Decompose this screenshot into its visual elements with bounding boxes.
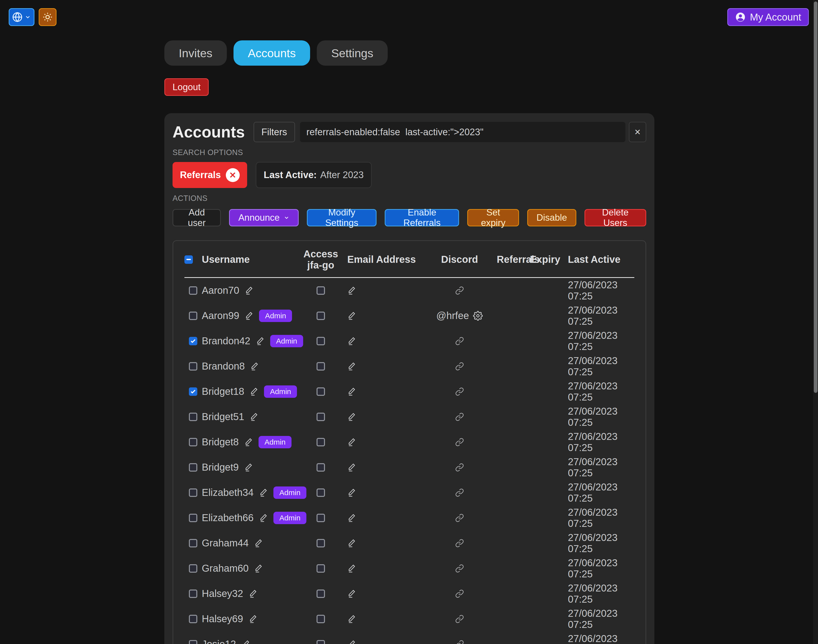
- link-icon[interactable]: [455, 615, 464, 623]
- edit-username-icon[interactable]: [259, 513, 268, 523]
- edit-username-icon[interactable]: [244, 311, 254, 320]
- access-checkbox[interactable]: [317, 640, 325, 644]
- row-checkbox[interactable]: [189, 286, 197, 295]
- edit-email-icon[interactable]: [347, 336, 356, 346]
- filter-chip-last-active[interactable]: Last Active: After 2023: [256, 162, 372, 188]
- announce-button[interactable]: Announce: [229, 209, 299, 226]
- row-checkbox[interactable]: [189, 615, 197, 623]
- edit-username-icon[interactable]: [244, 286, 254, 295]
- row-checkbox[interactable]: [189, 412, 197, 421]
- gear-icon[interactable]: [473, 311, 483, 321]
- access-checkbox[interactable]: [317, 463, 325, 472]
- link-icon[interactable]: [455, 463, 464, 472]
- edit-email-icon[interactable]: [347, 286, 356, 295]
- edit-email-icon[interactable]: [347, 437, 356, 447]
- edit-username-icon[interactable]: [244, 463, 253, 472]
- edit-username-icon[interactable]: [241, 639, 251, 644]
- search-input[interactable]: [300, 122, 626, 142]
- language-button[interactable]: [9, 8, 34, 26]
- clear-search-button[interactable]: ×: [629, 122, 646, 142]
- row-checkbox[interactable]: [189, 337, 197, 345]
- remove-filter-icon[interactable]: ✕: [226, 168, 240, 182]
- enable-referrals-button[interactable]: Enable Referrals: [385, 209, 459, 226]
- row-checkbox[interactable]: [189, 438, 197, 446]
- delete-users-button[interactable]: Delete Users: [584, 209, 646, 226]
- link-icon[interactable]: [455, 564, 464, 573]
- edit-email-icon[interactable]: [347, 614, 356, 624]
- row-checkbox[interactable]: [189, 640, 197, 644]
- edit-username-icon[interactable]: [250, 412, 258, 422]
- link-icon[interactable]: [455, 488, 464, 497]
- my-account-button[interactable]: My Account: [727, 8, 809, 26]
- row-checkbox[interactable]: [189, 387, 197, 396]
- row-checkbox[interactable]: [189, 362, 197, 371]
- edit-email-icon[interactable]: [347, 564, 356, 573]
- access-checkbox[interactable]: [317, 438, 325, 446]
- edit-username-icon[interactable]: [244, 437, 253, 447]
- page-scrollbar[interactable]: [813, 0, 818, 644]
- set-expiry-button[interactable]: Set expiry: [467, 209, 519, 226]
- edit-username-icon[interactable]: [259, 488, 268, 497]
- access-checkbox[interactable]: [317, 564, 325, 573]
- edit-username-icon[interactable]: [249, 614, 258, 624]
- access-checkbox[interactable]: [317, 412, 325, 421]
- filter-chip-referrals[interactable]: Referrals ✕: [172, 162, 247, 188]
- edit-username-icon[interactable]: [254, 564, 263, 573]
- edit-username-icon[interactable]: [249, 589, 258, 598]
- edit-email-icon[interactable]: [347, 412, 356, 422]
- row-checkbox[interactable]: [189, 564, 197, 573]
- row-checkbox[interactable]: [189, 311, 197, 320]
- link-icon[interactable]: [455, 539, 464, 547]
- edit-email-icon[interactable]: [347, 463, 356, 472]
- select-all-checkbox[interactable]: [185, 255, 193, 264]
- link-icon[interactable]: [455, 514, 464, 522]
- row-checkbox[interactable]: [189, 463, 197, 472]
- access-checkbox[interactable]: [317, 286, 325, 295]
- access-checkbox[interactable]: [317, 589, 325, 598]
- row-checkbox[interactable]: [189, 539, 197, 547]
- edit-email-icon[interactable]: [347, 538, 356, 548]
- edit-email-icon[interactable]: [347, 488, 356, 497]
- link-icon[interactable]: [455, 640, 464, 644]
- access-checkbox[interactable]: [317, 387, 325, 396]
- tab-accounts[interactable]: Accounts: [234, 40, 310, 66]
- access-checkbox[interactable]: [317, 488, 325, 497]
- access-jfa-go-cell: [301, 387, 341, 396]
- edit-email-icon[interactable]: [347, 639, 356, 644]
- filters-button[interactable]: Filters: [254, 122, 295, 142]
- link-icon[interactable]: [455, 412, 464, 421]
- tab-settings[interactable]: Settings: [317, 40, 388, 66]
- access-checkbox[interactable]: [317, 311, 325, 320]
- access-checkbox[interactable]: [317, 362, 325, 371]
- logout-button[interactable]: Logout: [165, 78, 209, 96]
- access-checkbox[interactable]: [317, 337, 325, 345]
- edit-email-icon[interactable]: [347, 311, 356, 320]
- edit-email-icon[interactable]: [347, 387, 356, 396]
- access-checkbox[interactable]: [317, 514, 325, 522]
- row-checkbox[interactable]: [189, 514, 197, 522]
- scrollbar-thumb[interactable]: [814, 2, 818, 393]
- link-icon[interactable]: [455, 438, 464, 446]
- link-icon[interactable]: [455, 362, 464, 371]
- edit-username-icon[interactable]: [250, 362, 259, 371]
- theme-toggle-button[interactable]: [38, 8, 57, 26]
- edit-email-icon[interactable]: [347, 589, 356, 598]
- disable-button[interactable]: Disable: [527, 209, 576, 226]
- edit-username-icon[interactable]: [256, 336, 265, 346]
- link-icon[interactable]: [455, 387, 464, 396]
- edit-email-icon[interactable]: [347, 362, 356, 371]
- tab-invites[interactable]: Invites: [165, 40, 227, 66]
- link-icon[interactable]: [455, 286, 464, 295]
- add-user-button[interactable]: Add user: [172, 209, 221, 226]
- access-checkbox[interactable]: [317, 615, 325, 623]
- link-icon[interactable]: [455, 337, 464, 345]
- edit-username-icon[interactable]: [250, 387, 258, 396]
- edit-email-icon[interactable]: [347, 513, 356, 523]
- link-icon[interactable]: [455, 589, 464, 598]
- modify-settings-button[interactable]: Modify Settings: [307, 209, 377, 226]
- row-checkbox[interactable]: [189, 488, 197, 497]
- row-checkbox[interactable]: [189, 589, 197, 598]
- last-active-cell: 27/06/2023 07:25: [561, 330, 634, 352]
- edit-username-icon[interactable]: [254, 538, 263, 548]
- access-checkbox[interactable]: [317, 539, 325, 547]
